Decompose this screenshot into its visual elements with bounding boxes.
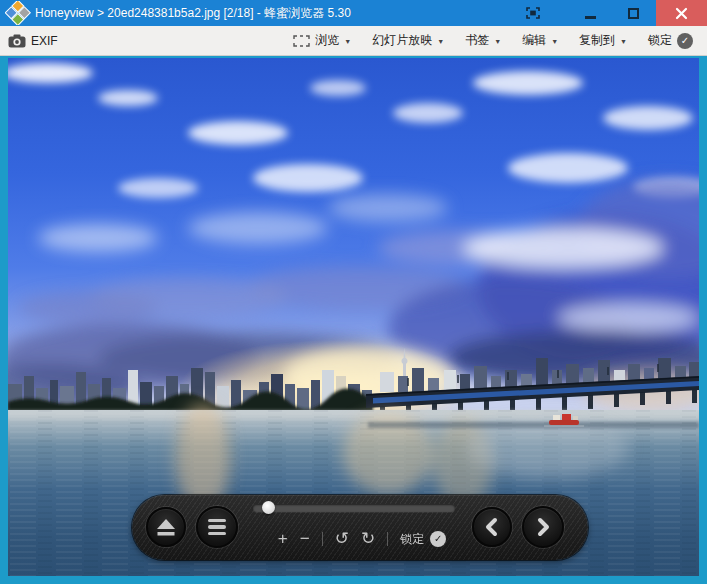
edit-menu-button[interactable]: 编辑 ▼ bbox=[522, 32, 558, 49]
chevron-left-icon bbox=[481, 515, 503, 539]
lock-label: 锁定 bbox=[648, 32, 672, 49]
chevron-down-icon: ▼ bbox=[620, 37, 627, 45]
lock-toggle-button[interactable]: 锁定 ✓ bbox=[648, 32, 693, 49]
minimize-button[interactable] bbox=[577, 0, 603, 26]
bookmarks-label: 书签 bbox=[465, 32, 489, 49]
fullscreen-button[interactable] bbox=[520, 0, 546, 26]
camera-icon bbox=[8, 34, 26, 48]
close-icon bbox=[675, 7, 688, 20]
divider bbox=[387, 532, 388, 546]
lock-toggle-bottom[interactable]: 锁定 ✓ bbox=[400, 531, 446, 548]
rotate-ccw-button[interactable]: ↺ bbox=[335, 529, 349, 549]
minimize-icon bbox=[585, 16, 596, 19]
browse-menu-button[interactable]: 浏览 ▼ bbox=[293, 32, 351, 49]
browse-label: 浏览 bbox=[315, 32, 339, 49]
toolbar: EXIF 浏览 ▼ 幻灯片放映 ▼ 书签 ▼ 编辑 ▼ 复制到 ▼ 锁定 bbox=[0, 26, 707, 56]
open-file-button[interactable] bbox=[146, 507, 186, 547]
slider-knob[interactable] bbox=[262, 501, 275, 514]
chevron-down-icon: ▼ bbox=[494, 37, 501, 45]
check-icon: ✓ bbox=[430, 531, 446, 547]
toolbar-right-group: 浏览 ▼ 幻灯片放映 ▼ 书签 ▼ 编辑 ▼ 复制到 ▼ 锁定 ✓ bbox=[293, 32, 693, 49]
lock-label: 锁定 bbox=[400, 531, 424, 548]
check-icon: ✓ bbox=[677, 33, 693, 49]
chevron-right-icon bbox=[532, 515, 554, 539]
divider bbox=[322, 532, 323, 546]
eject-icon bbox=[154, 516, 178, 538]
chevron-down-icon: ▼ bbox=[437, 37, 444, 45]
slideshow-label: 幻灯片放映 bbox=[372, 32, 432, 49]
maximize-button[interactable] bbox=[620, 0, 646, 26]
zoom-in-button[interactable]: + bbox=[278, 529, 288, 549]
photo-sky bbox=[8, 58, 699, 436]
window-title: Honeyview > 20ed248381b5a2.jpg [2/18] - … bbox=[35, 5, 351, 22]
edit-label: 编辑 bbox=[522, 32, 546, 49]
exif-button[interactable]: EXIF bbox=[8, 34, 58, 48]
floating-control-bar: + − ↺ ↻ 锁定 ✓ bbox=[132, 495, 588, 560]
honeyview-logo-icon bbox=[5, 1, 31, 25]
fit-window-icon bbox=[293, 35, 310, 47]
navigation-slider[interactable] bbox=[253, 504, 455, 512]
copy-to-label: 复制到 bbox=[579, 32, 615, 49]
exif-label: EXIF bbox=[31, 34, 58, 48]
fullscreen-icon bbox=[526, 7, 540, 19]
copy-to-menu-button[interactable]: 复制到 ▼ bbox=[579, 32, 627, 49]
next-image-button[interactable] bbox=[522, 506, 564, 548]
maximize-icon bbox=[628, 8, 639, 19]
hamburger-menu-icon bbox=[208, 519, 226, 536]
previous-image-button[interactable] bbox=[472, 507, 512, 547]
rotate-cw-button[interactable]: ↻ bbox=[361, 529, 375, 549]
slideshow-menu-button[interactable]: 幻灯片放映 ▼ bbox=[372, 32, 444, 49]
zoom-out-button[interactable]: − bbox=[300, 529, 310, 549]
chevron-down-icon: ▼ bbox=[551, 37, 558, 45]
menu-button[interactable] bbox=[196, 506, 238, 548]
chevron-down-icon: ▼ bbox=[344, 37, 351, 45]
bookmarks-menu-button[interactable]: 书签 ▼ bbox=[465, 32, 501, 49]
mini-controls-row: + − ↺ ↻ 锁定 ✓ bbox=[250, 527, 474, 551]
close-button[interactable] bbox=[656, 0, 707, 26]
titlebar: Honeyview > 20ed248381b5a2.jpg [2/18] - … bbox=[0, 0, 707, 26]
